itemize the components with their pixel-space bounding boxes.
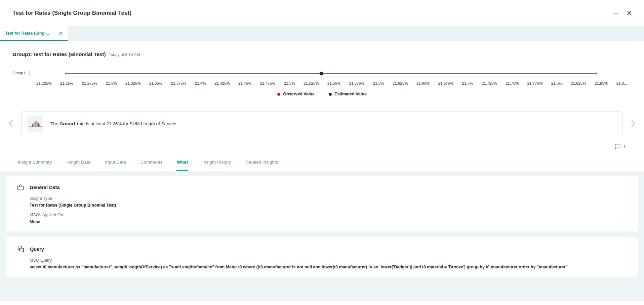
- next-insight-button[interactable]: [627, 113, 639, 134]
- legend-item-estimated: Estimated Value: [329, 92, 367, 96]
- confidence-interval-line: [66, 73, 597, 74]
- axis-tick: 21.8...: [616, 81, 627, 85]
- comment-bubble-icon: [614, 143, 621, 150]
- estimated-value-dot-icon: [329, 93, 332, 96]
- document-tabstrip: Test for Rates (Singl...: [0, 26, 644, 41]
- insight-statement: The Group1 rate is at least 21.26% for S…: [50, 121, 177, 126]
- axis-tick: 21.275%: [82, 81, 97, 85]
- axis-tick: 21.675%: [438, 81, 453, 85]
- tab-related-insights[interactable]: Related Insights: [245, 160, 278, 171]
- legend-label: Estimated Value: [334, 92, 367, 96]
- window-titlebar: Test for Rates (Single Group Binomial Te…: [0, 0, 644, 26]
- axis-tick: 21.4%: [195, 81, 206, 85]
- axis-tick: 21.55%: [327, 81, 340, 85]
- statement-prefix: The: [50, 121, 59, 126]
- axis-tick: 21.625%: [393, 81, 408, 85]
- insight-timestamp: Today at 8:14 AM: [109, 52, 140, 57]
- general-data-card: General Data Insight Type Test for Rates…: [6, 176, 638, 231]
- binomial-test-chart: Group1 21.225% 21.25% 21.275% 21.3% 21.3…: [10, 70, 634, 96]
- statement-group: Group1: [59, 121, 76, 126]
- comment-row: 1: [0, 143, 627, 150]
- chart-axis-divider: [29, 71, 30, 76]
- axis-tick: 21.75%: [506, 81, 519, 85]
- tab-comments[interactable]: Comments: [140, 160, 163, 171]
- legend-item-observed: Observed Value: [277, 92, 315, 96]
- comments-button[interactable]: 1: [613, 143, 627, 150]
- field-value: Test for Rates (Single Group Binomial Te…: [30, 203, 628, 208]
- tab-close-icon[interactable]: [58, 31, 64, 36]
- insight-title: Group1:Test for Rates (Binomial Test): [12, 51, 106, 57]
- field-value: Meter: [30, 219, 628, 224]
- chart-plot-row: Group1: [10, 70, 634, 76]
- tab-insight-summary[interactable]: Insight Summary: [17, 160, 52, 171]
- minimize-button[interactable]: [611, 8, 620, 17]
- axis-tick: 21.825%: [571, 81, 586, 85]
- close-button[interactable]: [625, 8, 634, 17]
- document-tab-label: Test for Rates (Singl...: [5, 31, 49, 36]
- axis-tick: 21.525%: [304, 81, 319, 85]
- tab-input-data[interactable]: Input Data: [105, 160, 126, 171]
- axis-tick: 21.65%: [416, 81, 430, 85]
- previous-insight-button[interactable]: [5, 113, 17, 134]
- tab-insight-history[interactable]: Insight History: [202, 160, 232, 171]
- tab-insight-data[interactable]: Insight Data: [66, 160, 91, 171]
- axis-tick: 21.5%: [284, 81, 295, 85]
- insight-carousel: The Group1 rate is at least 21.26% for S…: [5, 111, 639, 136]
- app-window: Test for Rates (Single Group Binomial Te…: [0, 0, 644, 305]
- card-title: General Data: [30, 185, 59, 190]
- query-card: Query MSO Query select t0.manufacturer a…: [6, 237, 638, 277]
- axis-tick: 21.775%: [527, 81, 542, 85]
- insight-heading-row: Group1:Test for Rates (Binomial Test) To…: [12, 51, 632, 57]
- tab-what[interactable]: What: [176, 160, 188, 171]
- page-bottom-strip: [0, 301, 644, 305]
- insight-statement-card[interactable]: The Group1 rate is at least 21.26% for S…: [22, 111, 622, 136]
- document-tab-test-for-rates[interactable]: Test for Rates (Singl...: [0, 26, 68, 41]
- chevron-left-icon: [9, 119, 13, 128]
- field-value: select t0.manufacturer as "manufacturer"…: [30, 265, 628, 269]
- chart-legend: Observed Value Estimated Value: [10, 92, 634, 96]
- minimize-icon: [613, 10, 618, 16]
- field-label: MSO Query: [30, 258, 628, 263]
- statement-suffix: rate is at least 21.26% for SUM Length o…: [76, 121, 177, 126]
- field-mso-query: MSO Query select t0.manufacturer as "man…: [30, 258, 628, 269]
- chart-group-label: Group1: [12, 71, 25, 75]
- axis-tick: 21.85%: [595, 81, 608, 85]
- axis-tick: 21.375%: [171, 81, 186, 85]
- comment-count: 1: [623, 144, 626, 149]
- axis-tick: 21.7%: [462, 81, 473, 85]
- axis-tick: 21.45%: [238, 81, 251, 85]
- axis-tick: 21.8%: [551, 81, 562, 85]
- axis-tick: 21.3%: [106, 81, 117, 85]
- chat-bubbles-icon: [17, 245, 25, 253]
- insight-section-tabs: Insight Summary Insight Data Input Data …: [17, 160, 644, 171]
- axis-tick: 21.575%: [349, 81, 364, 85]
- axis-tick: 21.325%: [125, 81, 140, 85]
- observed-value-dot-icon: [277, 93, 280, 96]
- axis-tick: 21.725%: [482, 81, 497, 85]
- chart-x-axis: 21.225% 21.25% 21.275% 21.3% 21.325% 21.…: [10, 76, 634, 85]
- toolbox-icon: [17, 184, 24, 191]
- field-insight-type: Insight Type Test for Rates (Single Grou…: [30, 196, 628, 208]
- axis-tick: 21.25%: [60, 81, 73, 85]
- close-icon: [627, 10, 632, 16]
- axis-tick: 21.6%: [373, 81, 384, 85]
- field-label: Insight Type: [30, 196, 628, 201]
- axis-tick: 21.225%: [36, 81, 51, 85]
- estimated-value-point[interactable]: [320, 72, 323, 75]
- general-data-header: General Data: [17, 184, 628, 191]
- card-title: Query: [30, 247, 44, 252]
- axis-tick: 21.475%: [260, 81, 275, 85]
- what-tab-content: General Data Insight Type Test for Rates…: [0, 171, 644, 301]
- chevron-right-icon: [631, 119, 635, 128]
- field-label: MSOs Applied On: [30, 213, 628, 217]
- query-header: Query: [17, 245, 628, 253]
- field-msos-applied-on: MSOs Applied On Meter: [30, 213, 628, 224]
- legend-label: Observed Value: [283, 92, 315, 96]
- window-controls: [611, 8, 634, 17]
- axis-tick: 21.35%: [149, 81, 162, 85]
- axis-tick: 21.425%: [214, 81, 230, 85]
- window-title: Test for Rates (Single Group Binomial Te…: [12, 10, 131, 16]
- histogram-icon: [27, 116, 43, 132]
